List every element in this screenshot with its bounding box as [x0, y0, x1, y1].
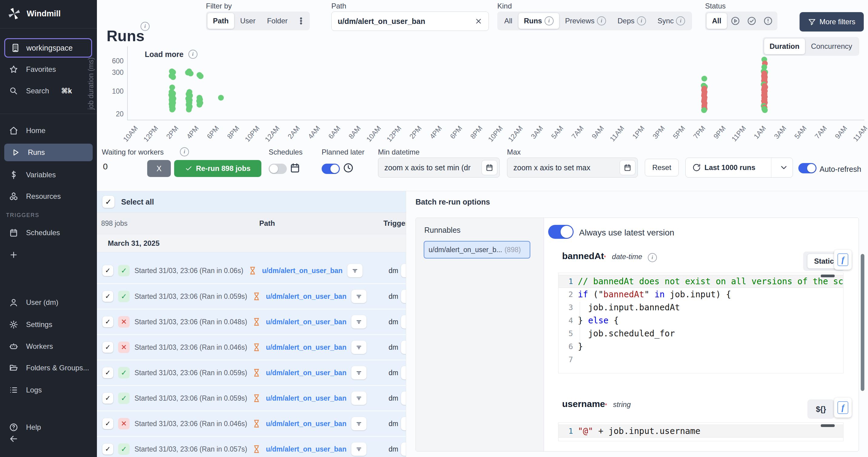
info-icon[interactable]: i	[637, 17, 646, 25]
row-checkbox[interactable]: ✓	[102, 265, 113, 276]
cancel-jobs-button[interactable]: X	[147, 160, 171, 177]
row-menu-button[interactable]	[401, 366, 406, 379]
info-icon[interactable]: i	[597, 17, 606, 25]
success-run-dot[interactable]	[188, 70, 193, 76]
runs-info-icon[interactable]: i	[141, 22, 150, 31]
run-row[interactable]: ✓✓Started 31/03, 23:06 (Ran in 0.057s)u/…	[97, 436, 406, 457]
row-checkbox[interactable]: ✓	[102, 418, 113, 429]
min-datetime-input[interactable]	[378, 163, 482, 172]
status-play-circle-button[interactable]	[727, 13, 743, 29]
sidebar-item-home[interactable]: Home	[0, 122, 97, 139]
row-menu-button[interactable]	[401, 315, 406, 329]
select-all-checkbox[interactable]: ✓	[102, 196, 115, 208]
rerun-jobs-button[interactable]: Re-run 898 jobs	[174, 160, 261, 177]
run-path-link[interactable]: u/dm/alert_on_user_ban	[262, 267, 343, 275]
kind-all[interactable]: All	[499, 13, 518, 29]
info-icon[interactable]: i	[545, 17, 554, 25]
filter-by-path-button[interactable]	[351, 392, 367, 405]
success-run-dot[interactable]	[170, 74, 176, 80]
more-filters-button[interactable]: More filters	[800, 12, 864, 31]
auto-refresh-toggle[interactable]	[798, 163, 816, 173]
max-datetime-input[interactable]	[507, 163, 620, 172]
kind-sync[interactable]: Synci	[652, 13, 690, 29]
sidebar-item-resources[interactable]: Resources	[0, 188, 97, 205]
planned-later-toggle[interactable]	[322, 164, 340, 174]
runnable-item[interactable]: u/dm/alert_on_user_b... (898)	[424, 241, 530, 258]
filter-by-path-button[interactable]	[351, 442, 367, 456]
run-path-link[interactable]: u/dm/alert_on_user_ban	[266, 343, 346, 351]
run-row[interactable]: ✓✕Started 31/03, 23:06 (Ran in 0.046s)u/…	[97, 334, 406, 360]
schedules-toggle[interactable]	[269, 164, 287, 174]
row-checkbox[interactable]: ✓	[102, 444, 113, 455]
reset-button[interactable]: Reset	[645, 159, 679, 176]
filter-by-path-button[interactable]	[351, 341, 367, 354]
editor-scrollbar-thumb[interactable]	[821, 275, 835, 277]
last-runs-dropdown[interactable]: Last 1000 runs	[685, 158, 793, 178]
run-row[interactable]: ✓✕Started 31/03, 23:06 (Ran in 0.046s)u/…	[97, 411, 406, 436]
always-latest-toggle[interactable]	[548, 225, 574, 239]
waiting-workers-info-icon[interactable]: i	[180, 147, 189, 156]
sidebar-item-user[interactable]: User (dm)	[0, 294, 97, 311]
javascript-expression-button[interactable]: f	[834, 250, 851, 270]
run-path-link[interactable]: u/dm/alert_on_user_ban	[266, 292, 346, 301]
code-editor-username[interactable]: 1"@" + job.input.username	[558, 423, 843, 441]
scrollbar-thumb[interactable]	[861, 254, 864, 391]
filter-by-path[interactable]: Path	[208, 13, 234, 29]
sidebar-item-logs[interactable]: Logs	[0, 381, 97, 399]
status-check-circle-button[interactable]	[744, 13, 760, 29]
editor-scrollbar-thumb[interactable]	[821, 424, 835, 427]
row-menu-button[interactable]	[401, 442, 406, 456]
sidebar-item-settings[interactable]: Settings	[0, 316, 97, 333]
code-editor-bannedAt[interactable]: 1// bannedAt does not exist on all versi…	[558, 273, 843, 373]
clear-path-icon[interactable]	[474, 17, 483, 25]
run-row[interactable]: ✓✓Started 31/03, 23:06 (Ran in 0.06s)u/d…	[97, 258, 406, 283]
success-run-dot[interactable]	[701, 107, 707, 113]
run-path-link[interactable]: u/dm/alert_on_user_ban	[266, 369, 346, 377]
max-datetime-calendar-button[interactable]	[620, 160, 636, 175]
status-all[interactable]: All	[707, 13, 727, 29]
chevron-down-icon[interactable]	[779, 163, 788, 172]
kind-previews[interactable]: Previewsi	[560, 13, 612, 29]
run-row[interactable]: ✓✓Started 31/03, 23:06 (Ran in 0.059s)u/…	[97, 385, 406, 411]
run-path-link[interactable]: u/dm/alert_on_user_ban	[266, 445, 346, 453]
filter-by-path-button[interactable]	[347, 264, 363, 277]
run-row[interactable]: ✓✓Started 31/03, 23:06 (Ran in 0.059s)u/…	[97, 283, 406, 309]
row-menu-button[interactable]	[401, 392, 406, 405]
sidebar-item-runs[interactable]: Runs	[4, 144, 93, 161]
row-menu-button[interactable]	[401, 341, 406, 354]
success-run-dot[interactable]	[218, 95, 224, 101]
javascript-expression-button[interactable]: f	[834, 398, 851, 418]
row-menu-button[interactable]	[401, 417, 406, 430]
filter-by-path-button[interactable]	[351, 315, 367, 329]
workspace-switcher[interactable]: workingspace	[4, 38, 92, 58]
run-path-link[interactable]: u/dm/alert_on_user_ban	[266, 318, 346, 326]
run-path-link[interactable]: u/dm/alert_on_user_ban	[266, 420, 346, 428]
filter-by-folder[interactable]: Folder	[262, 13, 293, 29]
success-run-dot[interactable]	[762, 107, 768, 113]
path-filter-input[interactable]	[332, 17, 474, 26]
sidebar-item-workers[interactable]: Workers	[0, 338, 97, 355]
row-checkbox[interactable]: ✓	[102, 367, 113, 378]
field-info-icon[interactable]: i	[648, 253, 657, 262]
row-menu-button[interactable]	[401, 290, 406, 303]
row-checkbox[interactable]: ✓	[102, 393, 113, 404]
min-datetime-calendar-button[interactable]	[482, 160, 497, 175]
sidebar-item-plus[interactable]	[0, 246, 97, 264]
run-path-link[interactable]: u/dm/alert_on_user_ban	[266, 394, 346, 402]
success-run-dot[interactable]	[196, 102, 202, 108]
sidebar-item-search[interactable]: Search⌘k	[0, 82, 97, 100]
success-run-dot[interactable]	[702, 76, 707, 82]
info-icon[interactable]: i	[676, 17, 685, 25]
row-checkbox[interactable]: ✓	[102, 342, 113, 353]
filter-by-user[interactable]: User	[235, 13, 261, 29]
success-run-dot[interactable]	[198, 73, 204, 79]
field-mode-template[interactable]: ${}	[812, 405, 830, 414]
filter-by-menu-button[interactable]	[294, 13, 308, 29]
sidebar-item-folders[interactable]: Folders & Groups...	[0, 359, 97, 377]
status-alert-circle-button[interactable]	[760, 13, 776, 29]
run-row[interactable]: ✓✕Started 31/03, 23:06 (Ran in 0.048s)u/…	[97, 309, 406, 334]
filter-by-path-button[interactable]	[351, 366, 367, 379]
kind-deps[interactable]: Depsi	[612, 13, 651, 29]
run-row[interactable]: ✓✓Started 31/03, 23:06 (Ran in 0.059s)u/…	[97, 360, 406, 385]
success-run-dot[interactable]	[186, 107, 192, 112]
